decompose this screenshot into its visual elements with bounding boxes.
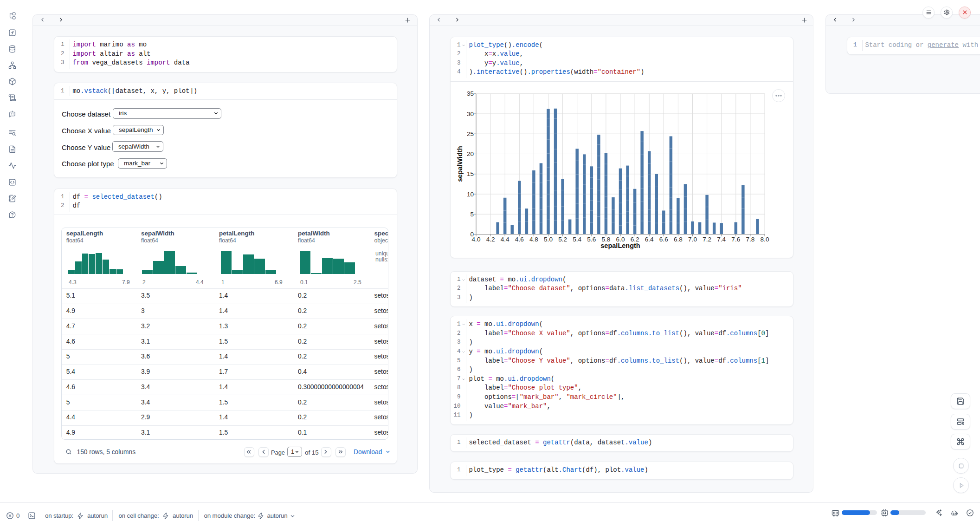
svg-text:5.2: 5.2 (558, 236, 567, 243)
svg-text:4.2: 4.2 (486, 236, 495, 243)
svg-text:4.4: 4.4 (501, 236, 509, 243)
svg-text:7.2: 7.2 (703, 236, 711, 243)
svg-text:sepalLength: sepalLength (600, 242, 640, 249)
svg-text:7.8: 7.8 (746, 236, 754, 243)
svg-text:7.0: 7.0 (688, 236, 697, 243)
svg-text:10: 10 (467, 191, 474, 198)
svg-text:20: 20 (467, 150, 474, 157)
svg-text:35: 35 (467, 90, 474, 97)
svg-text:6.8: 6.8 (674, 236, 683, 243)
svg-text:7.6: 7.6 (731, 236, 740, 243)
svg-text:sepalWidth: sepalWidth (456, 146, 464, 182)
svg-text:4.8: 4.8 (529, 236, 538, 243)
svg-text:15: 15 (467, 170, 474, 177)
svg-text:5.4: 5.4 (573, 236, 581, 243)
svg-text:8.0: 8.0 (761, 236, 769, 243)
svg-text:6.4: 6.4 (645, 236, 654, 243)
svg-text:6.6: 6.6 (659, 236, 668, 243)
svg-text:30: 30 (467, 111, 474, 117)
svg-text:0: 0 (470, 231, 474, 238)
svg-text:25: 25 (467, 130, 474, 137)
svg-text:5: 5 (470, 211, 474, 218)
svg-text:5.0: 5.0 (544, 236, 553, 243)
svg-text:4.6: 4.6 (515, 236, 524, 243)
svg-text:5.6: 5.6 (587, 236, 596, 243)
svg-text:7.4: 7.4 (717, 236, 726, 243)
